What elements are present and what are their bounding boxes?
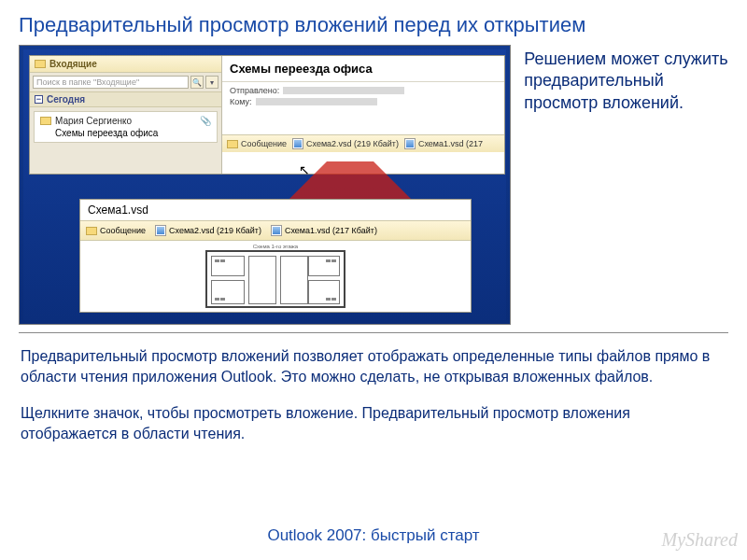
folder-name: Входящие: [49, 59, 97, 69]
side-note: Решением может служить предварительный п…: [524, 45, 728, 325]
attachment-message-tab[interactable]: Сообщение: [86, 226, 146, 235]
reading-pane: Схемы переезда офиса Отправлено: Кому:: [222, 56, 504, 174]
paperclip-icon: 📎: [200, 116, 211, 126]
attachment-file1: Схема2.vsd (219 Кбайт): [169, 226, 261, 235]
outlook-panel: Входящие Поиск в папке "Входящие" 🔍 ▾ − …: [29, 55, 505, 175]
attachment-file2: Схема1.vsd (217 Кбайт): [285, 226, 377, 235]
envelope-icon: [227, 140, 238, 148]
attachment-chip[interactable]: Схема2.vsd (219 Кбайт): [155, 225, 261, 236]
group-today[interactable]: − Сегодня: [30, 92, 221, 107]
envelope-icon: [86, 227, 97, 235]
meta-sent-label: Отправлено:: [230, 86, 279, 95]
inbox-icon: [35, 60, 46, 68]
screenshot-frame: Входящие Поиск в папке "Входящие" 🔍 ▾ − …: [19, 45, 511, 325]
slide-title: Предварительный просмотр вложений перед …: [0, 0, 747, 45]
attachment-bar: Сообщение Схема2.vsd (219 Кбайт) Схема1.…: [222, 134, 504, 152]
folder-header[interactable]: Входящие: [30, 56, 221, 73]
collapse-icon[interactable]: −: [35, 95, 43, 104]
attachment-file1: Схема2.vsd (219 Кбайт): [306, 139, 399, 148]
body-text: Предварительный просмотр вложений позвол…: [0, 333, 747, 443]
message-subject: Схемы переезда офиса: [40, 128, 211, 138]
screenshot: Входящие Поиск в папке "Входящие" 🔍 ▾ − …: [23, 49, 506, 320]
today-label: Сегодня: [47, 94, 85, 105]
placeholder-bar: [283, 87, 404, 94]
attachment-chip[interactable]: Схема1.vsd (217: [404, 138, 483, 149]
footer: Outlook 2007: быстрый старт: [0, 526, 747, 545]
visio-file-icon: [271, 225, 282, 236]
attachment-message-label: Сообщение: [100, 226, 146, 235]
chevron-down-icon[interactable]: ▾: [205, 76, 218, 89]
search-icon[interactable]: 🔍: [190, 76, 204, 89]
stage: Входящие Поиск в папке "Входящие" 🔍 ▾ − …: [19, 45, 728, 325]
attachment-chip[interactable]: Схема2.vsd (219 Кбайт): [292, 138, 399, 149]
visio-file-icon: [155, 225, 166, 236]
visio-file-icon: [292, 138, 303, 149]
attachment-message-label: Сообщение: [241, 139, 287, 148]
paragraph-1: Предварительный просмотр вложений позвол…: [21, 346, 726, 386]
meta-to: Кому:: [222, 97, 504, 106]
floorplan-diagram: Схема 1-го этажа: [205, 250, 345, 308]
message-item[interactable]: Мария Сергиенко 📎 Схемы переезда офиса: [34, 111, 218, 143]
reading-title: Схемы переезда офиса: [222, 56, 504, 77]
cursor-icon: ↖: [299, 162, 310, 177]
paragraph-2: Щелкните значок, чтобы просмотреть вложе…: [21, 403, 726, 443]
folder-pane: Входящие Поиск в папке "Входящие" 🔍 ▾ − …: [30, 56, 222, 174]
attachment-file2-short: Схема1.vsd (217: [418, 139, 483, 148]
message-from: Мария Сергиенко: [55, 116, 132, 126]
visio-file-icon: [404, 138, 416, 149]
meta-sent: Отправлено:: [222, 86, 504, 95]
preview-panel: Схема1.vsd Сообщение Схема2.vsd (219 Кба…: [79, 199, 472, 313]
attachment-chip[interactable]: Схема1.vsd (217 Кбайт): [271, 225, 377, 236]
attachment-message-tab[interactable]: Сообщение: [227, 139, 287, 148]
search-input[interactable]: Поиск в папке "Входящие": [33, 76, 189, 89]
search-row: Поиск в папке "Входящие" 🔍 ▾: [30, 73, 221, 92]
meta-to-label: Кому:: [230, 97, 252, 106]
preview-file-title: Схема1.vsd: [80, 200, 471, 220]
preview-attachment-bar: Сообщение Схема2.vsd (219 Кбайт) Схема1.…: [80, 220, 471, 241]
message-from-row: Мария Сергиенко 📎: [40, 116, 211, 126]
floorplan-caption: Схема 1-го этажа: [207, 244, 344, 249]
envelope-icon: [40, 117, 51, 125]
placeholder-bar: [256, 98, 377, 105]
